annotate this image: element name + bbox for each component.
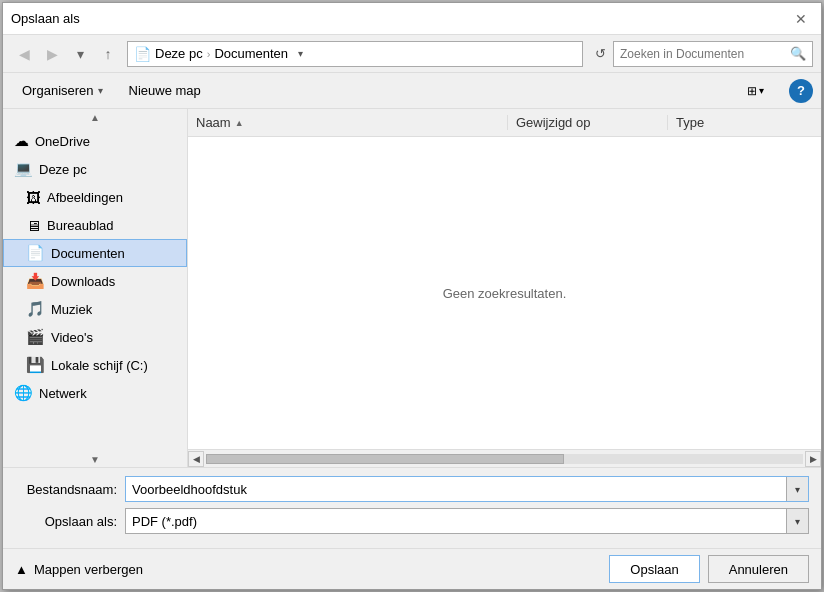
saveas-select-container: PDF (*.pdf) ▾ <box>125 508 809 534</box>
sidebar-item-documenten[interactable]: 📄 Documenten <box>3 239 187 267</box>
saveas-label: Opslaan als: <box>15 514 125 529</box>
sidebar-item-bureaublad-label: Bureaublad <box>47 218 114 233</box>
hscroll-track[interactable] <box>206 454 803 464</box>
filename-label: Bestandsnaam: <box>15 482 125 497</box>
cancel-button[interactable]: Annuleren <box>708 555 809 583</box>
sidebar-item-afbeeldingen[interactable]: 🖼 Afbeeldingen <box>3 183 187 211</box>
address-dropdown-arrow[interactable]: ▾ <box>292 48 308 59</box>
sidebar-item-videos-label: Video's <box>51 330 93 345</box>
navigation-toolbar: ◀ ▶ ▾ ↑ 📄 Deze pc › Documenten ▾ ↺ 🔍 <box>3 35 821 73</box>
sidebar-item-onedrive-label: OneDrive <box>35 134 90 149</box>
sidebar-item-deze-pc-label: Deze pc <box>39 162 87 177</box>
column-modified[interactable]: Gewijzigd op <box>508 115 668 130</box>
view-toggle-button[interactable]: ⊞ ▾ <box>725 78 785 104</box>
view-dropdown-icon: ▾ <box>759 85 764 96</box>
filename-row: Bestandsnaam: ▾ <box>15 476 809 502</box>
content-area: Naam ▲ Gewijzigd op Type Geen zoekresult… <box>188 109 821 467</box>
saveas-select[interactable]: PDF (*.pdf) <box>125 508 809 534</box>
organize-button[interactable]: Organiseren ▾ <box>11 78 114 104</box>
filename-input[interactable] <box>125 476 809 502</box>
sidebar: ▲ ☁ OneDrive 💻 Deze pc 🖼 Afbeeldingen 🖥 … <box>3 109 188 467</box>
no-results-message: Geen zoekresultaten. <box>443 286 567 301</box>
horizontal-scrollbar: ◀ ▶ <box>188 449 821 467</box>
new-folder-button[interactable]: Nieuwe map <box>118 78 212 104</box>
sidebar-item-deze-pc[interactable]: 💻 Deze pc <box>3 155 187 183</box>
documenten-icon: 📄 <box>26 244 45 262</box>
sidebar-item-netwerk-label: Netwerk <box>39 386 87 401</box>
col-modified-label: Gewijzigd op <box>516 115 590 130</box>
onedrive-icon: ☁ <box>14 132 29 150</box>
breadcrumb: Deze pc › Documenten <box>155 46 288 61</box>
main-area: ▲ ☁ OneDrive 💻 Deze pc 🖼 Afbeeldingen 🖥 … <box>3 109 821 467</box>
muziek-icon: 🎵 <box>26 300 45 318</box>
sidebar-item-lokale-schijf[interactable]: 💾 Lokale schijf (C:) <box>3 351 187 379</box>
hide-folders-toggle[interactable]: ▲ Mappen verbergen <box>15 562 143 577</box>
footer: ▲ Mappen verbergen Opslaan Annuleren <box>3 548 821 589</box>
videos-icon: 🎬 <box>26 328 45 346</box>
sort-icon: ▲ <box>235 118 244 128</box>
hscroll-thumb[interactable] <box>206 454 564 464</box>
organize-dropdown-icon: ▾ <box>98 85 103 96</box>
search-bar: 🔍 <box>613 41 813 67</box>
breadcrumb-sep-1: › <box>207 48 211 60</box>
address-folder-icon: 📄 <box>134 46 151 62</box>
sidebar-item-bureaublad[interactable]: 🖥 Bureaublad <box>3 211 187 239</box>
breadcrumb-deze-pc[interactable]: Deze pc <box>155 46 203 61</box>
dropdown-nav-button[interactable]: ▾ <box>67 41 93 67</box>
deze-pc-icon: 💻 <box>14 160 33 178</box>
view-icon: ⊞ <box>747 84 757 98</box>
sidebar-item-videos[interactable]: 🎬 Video's <box>3 323 187 351</box>
hide-folders-icon: ▲ <box>15 562 28 577</box>
content-list: Geen zoekresultaten. <box>188 137 821 449</box>
sidebar-item-netwerk[interactable]: 🌐 Netwerk <box>3 379 187 407</box>
save-as-dialog: Opslaan als ✕ ◀ ▶ ▾ ↑ 📄 Deze pc › Docume… <box>2 2 822 590</box>
title-bar: Opslaan als ✕ <box>3 3 821 35</box>
hide-folders-label: Mappen verbergen <box>34 562 143 577</box>
sidebar-scroll-down[interactable]: ▼ <box>3 451 187 467</box>
afbeeldingen-icon: 🖼 <box>26 189 41 206</box>
dialog-title: Opslaan als <box>11 11 789 26</box>
column-name[interactable]: Naam ▲ <box>188 115 508 130</box>
netwerk-icon: 🌐 <box>14 384 33 402</box>
back-button[interactable]: ◀ <box>11 41 37 67</box>
lokale-schijf-icon: 💾 <box>26 356 45 374</box>
close-button[interactable]: ✕ <box>789 7 813 31</box>
col-type-label: Type <box>676 115 704 130</box>
up-button[interactable]: ↑ <box>95 41 121 67</box>
address-bar[interactable]: 📄 Deze pc › Documenten ▾ <box>127 41 583 67</box>
sidebar-item-afbeeldingen-label: Afbeeldingen <box>47 190 123 205</box>
sidebar-item-downloads[interactable]: 📥 Downloads <box>3 267 187 295</box>
sidebar-scroll-up[interactable]: ▲ <box>3 109 187 125</box>
saveas-row: Opslaan als: PDF (*.pdf) ▾ <box>15 508 809 534</box>
search-icon: 🔍 <box>790 46 806 61</box>
downloads-icon: 📥 <box>26 272 45 290</box>
sidebar-item-downloads-label: Downloads <box>51 274 115 289</box>
content-header: Naam ▲ Gewijzigd op Type <box>188 109 821 137</box>
filename-input-container: ▾ <box>125 476 809 502</box>
breadcrumb-documenten[interactable]: Documenten <box>214 46 288 61</box>
action-bar: Organiseren ▾ Nieuwe map ⊞ ▾ ? <box>3 73 821 109</box>
save-button[interactable]: Opslaan <box>609 555 699 583</box>
sidebar-item-lokale-schijf-label: Lokale schijf (C:) <box>51 358 148 373</box>
help-button[interactable]: ? <box>789 79 813 103</box>
form-section: Bestandsnaam: ▾ Opslaan als: PDF (*.pdf)… <box>3 467 821 548</box>
refresh-button[interactable]: ↺ <box>589 43 611 65</box>
bureaublad-icon: 🖥 <box>26 217 41 234</box>
hscroll-left-button[interactable]: ◀ <box>188 451 204 467</box>
sidebar-item-muziek[interactable]: 🎵 Muziek <box>3 295 187 323</box>
organize-label: Organiseren <box>22 83 94 98</box>
hscroll-right-button[interactable]: ▶ <box>805 451 821 467</box>
forward-button[interactable]: ▶ <box>39 41 65 67</box>
new-folder-label: Nieuwe map <box>129 83 201 98</box>
column-type: Type <box>668 115 821 130</box>
sidebar-item-documenten-label: Documenten <box>51 246 125 261</box>
search-input[interactable] <box>620 47 786 61</box>
sidebar-item-onedrive[interactable]: ☁ OneDrive <box>3 127 187 155</box>
sidebar-item-muziek-label: Muziek <box>51 302 92 317</box>
col-name-label: Naam <box>196 115 231 130</box>
footer-buttons: Opslaan Annuleren <box>609 555 809 583</box>
